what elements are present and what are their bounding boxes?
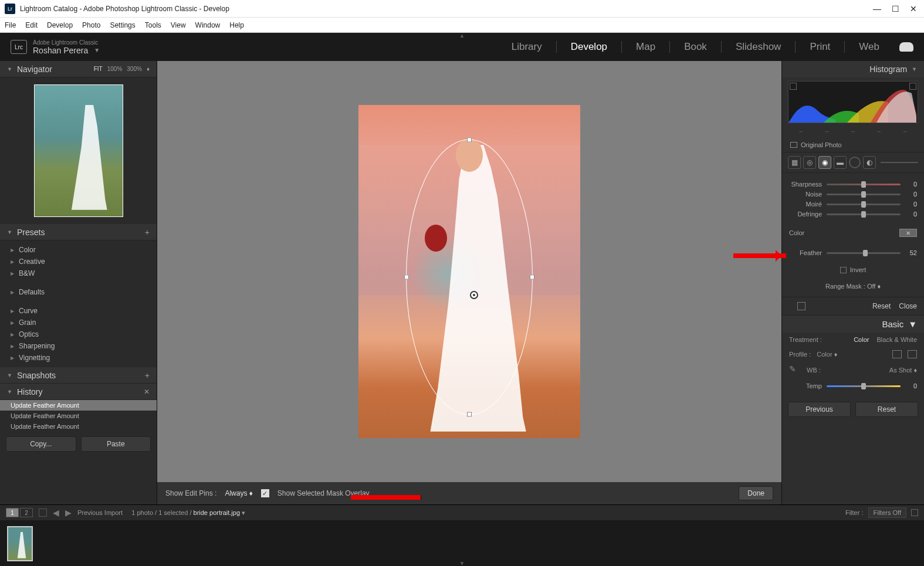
history-item[interactable]: Update Feather Amount xyxy=(0,411,157,421)
maximize-button[interactable]: ☐ xyxy=(892,4,899,13)
module-web[interactable]: Web xyxy=(859,41,879,53)
preset-group[interactable]: ▶Sharpening xyxy=(0,340,157,352)
zoom-fit[interactable]: FIT xyxy=(94,66,103,72)
module-library[interactable]: Library xyxy=(512,41,542,53)
wb-eyedropper-icon[interactable]: ✎ xyxy=(789,364,801,376)
module-develop[interactable]: Develop xyxy=(571,41,607,53)
presets-header[interactable]: ▼ Presets + xyxy=(0,224,157,240)
collapse-top-icon[interactable]: ▲ xyxy=(459,32,465,39)
history-item[interactable]: Update Feather Amount xyxy=(0,400,157,411)
module-print[interactable]: Print xyxy=(810,41,830,53)
menu-tools[interactable]: Tools xyxy=(145,21,161,29)
history-header[interactable]: ▼ History ✕ xyxy=(0,384,157,400)
preset-group[interactable]: ▶Grain xyxy=(0,317,157,328)
preset-group[interactable]: ▶Curve xyxy=(0,305,157,317)
defringe-slider[interactable]: Defringe 0 xyxy=(789,211,917,218)
reset-tool-button[interactable]: Reset xyxy=(872,302,891,310)
clear-history-icon[interactable]: ✕ xyxy=(144,388,150,396)
secondary-display-1[interactable]: 1 xyxy=(6,508,19,517)
menu-window[interactable]: Window xyxy=(195,21,221,29)
ellipse-handle-top[interactable] xyxy=(467,137,472,142)
treatment-bw[interactable]: Black & White xyxy=(877,336,917,343)
ellipse-handle-left[interactable] xyxy=(404,274,409,279)
feather-slider[interactable]: Feather 52 xyxy=(789,249,917,256)
redeye-tool-icon[interactable]: ◉ xyxy=(818,156,831,169)
color-swatch[interactable] xyxy=(899,229,917,237)
menu-edit[interactable]: Edit xyxy=(25,21,38,29)
source-label[interactable]: Previous Import xyxy=(77,509,123,516)
radial-filter-ellipse[interactable] xyxy=(406,139,533,415)
spot-tool-icon[interactable]: ◎ xyxy=(803,156,816,169)
wb-dropdown[interactable]: As Shot ♦ xyxy=(889,367,917,374)
previous-button[interactable]: Previous xyxy=(788,402,851,417)
invert-checkbox[interactable] xyxy=(840,267,847,273)
moire-slider[interactable]: Moiré 0 xyxy=(789,201,917,208)
crop-tool-icon[interactable]: ▦ xyxy=(788,156,801,169)
add-preset-icon[interactable]: + xyxy=(145,228,150,237)
navigator-preview[interactable] xyxy=(0,77,157,224)
menu-photo[interactable]: Photo xyxy=(82,21,100,29)
profile-grid-icon[interactable] xyxy=(892,350,902,358)
close-tool-button[interactable]: Close xyxy=(899,302,917,310)
filmstrip-thumbnail[interactable] xyxy=(7,526,33,561)
add-snapshot-icon[interactable]: + xyxy=(145,371,150,380)
copy-button[interactable]: Copy... xyxy=(6,436,76,452)
tool-size-slider[interactable] xyxy=(881,162,918,163)
secondary-display-2[interactable]: 2 xyxy=(20,508,33,517)
zoom-300[interactable]: 300% xyxy=(127,66,142,72)
panel-switch-icon[interactable] xyxy=(797,302,805,310)
noise-slider[interactable]: Noise 0 xyxy=(789,191,917,198)
nav-forward-icon[interactable]: ▶ xyxy=(65,508,72,517)
temp-slider[interactable]: Temp 0 xyxy=(789,382,917,389)
highlight-clip-icon[interactable] xyxy=(909,83,916,90)
menu-view[interactable]: View xyxy=(171,21,186,29)
basic-panel-header[interactable]: Basic▼ xyxy=(782,316,924,333)
zoom-menu-icon[interactable]: ♦ xyxy=(147,66,150,72)
cloud-sync-icon[interactable] xyxy=(899,42,913,52)
identity-menu-icon[interactable]: ▼ xyxy=(94,47,100,53)
brush-tool-icon[interactable]: ◐ xyxy=(863,156,876,169)
collapse-bottom-icon[interactable]: ▼ xyxy=(459,560,465,566)
menu-settings[interactable]: Settings xyxy=(110,21,135,29)
treatment-color[interactable]: Color xyxy=(854,336,869,343)
range-mask-dropdown[interactable]: Off ♦ xyxy=(867,283,881,290)
paste-button[interactable]: Paste xyxy=(81,436,151,452)
minimize-button[interactable]: — xyxy=(873,4,881,13)
done-button[interactable]: Done xyxy=(739,486,773,500)
shadow-clip-icon[interactable] xyxy=(790,83,797,90)
nav-back-icon[interactable]: ◀ xyxy=(53,508,59,517)
radial-tool-icon[interactable] xyxy=(849,157,861,168)
photo-canvas[interactable] xyxy=(157,61,781,482)
show-pins-dropdown[interactable]: Always ♦ xyxy=(225,489,252,497)
menu-file[interactable]: File xyxy=(5,21,16,29)
sharpness-slider[interactable]: Sharpness 0 xyxy=(789,181,917,188)
history-item[interactable]: Update Feather Amount xyxy=(0,421,157,432)
menu-develop[interactable]: Develop xyxy=(47,21,73,29)
ellipse-handle-bottom[interactable] xyxy=(467,412,472,416)
preset-group[interactable]: ▶Defaults xyxy=(0,286,157,298)
preset-group[interactable]: ▶Color xyxy=(0,244,157,256)
zoom-100[interactable]: 100% xyxy=(107,66,123,72)
close-button[interactable]: ✕ xyxy=(910,4,917,13)
filename-menu-icon[interactable]: ▾ xyxy=(242,509,245,516)
navigator-header[interactable]: ▼ Navigator FIT 100% 300% ♦ xyxy=(0,61,157,77)
ellipse-handle-right[interactable] xyxy=(530,274,534,279)
histogram-display[interactable] xyxy=(788,81,918,123)
menu-help[interactable]: Help xyxy=(229,21,244,29)
grid-view-icon[interactable] xyxy=(39,509,47,517)
profile-dropdown[interactable]: Color ♦ xyxy=(817,351,837,358)
module-slideshow[interactable]: Slideshow xyxy=(736,41,781,53)
snapshots-header[interactable]: ▼ Snapshots + xyxy=(0,367,157,384)
filter-dropdown[interactable]: Filters Off xyxy=(868,507,906,518)
original-photo-toggle[interactable]: Original Photo xyxy=(782,138,924,152)
preset-group[interactable]: ▶Optics xyxy=(0,328,157,340)
preset-group[interactable]: ▶Vignetting xyxy=(0,352,157,364)
histogram-header[interactable]: Histogram▼ xyxy=(782,61,924,77)
profile-browser-icon[interactable] xyxy=(908,350,917,358)
gradient-tool-icon[interactable]: ▬ xyxy=(834,156,847,169)
mask-overlay-checkbox[interactable]: ✓ xyxy=(261,489,269,497)
edit-pin[interactable] xyxy=(470,291,478,299)
filter-lock-icon[interactable] xyxy=(911,509,918,516)
module-book[interactable]: Book xyxy=(684,41,707,53)
reset-button[interactable]: Reset xyxy=(855,402,918,417)
